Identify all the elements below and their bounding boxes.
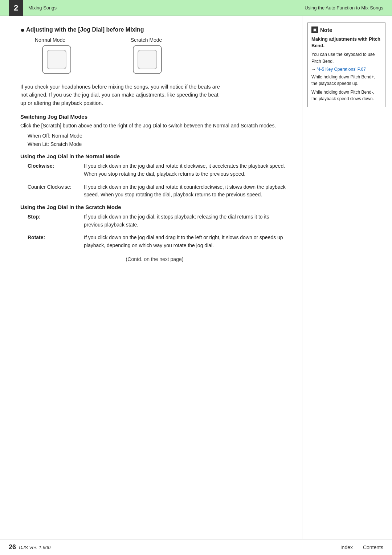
- clockwise-desc: If you click down on the jog dial and ro…: [84, 162, 289, 178]
- note-label: Note: [320, 27, 332, 33]
- note-text3: While holding down Pitch Bend-, the play…: [311, 89, 381, 102]
- note-icon: [311, 26, 318, 33]
- rotate-term: Rotate:: [20, 234, 84, 242]
- footer-page-number: 26: [9, 543, 16, 551]
- footer-left: 26 DJS Ver. 1.600: [9, 543, 50, 551]
- dial-images-row: [20, 45, 289, 74]
- mode-labels-row: Normal Mode Scratch Mode: [20, 37, 289, 43]
- switching-heading: Switching Jog Dial Modes: [20, 114, 289, 120]
- scratch-mode-label: Scratch Mode: [131, 37, 162, 43]
- table-row: Stop: If you click down on the jog dial,…: [20, 213, 289, 229]
- scratch-mode-dial-inner: [138, 50, 157, 69]
- table-row: Counter Clockwise: If you click down on …: [20, 183, 289, 199]
- when-lit-line: When Lit: Scratch Mode: [20, 140, 289, 148]
- footer-index-link[interactable]: Index: [340, 544, 353, 550]
- switching-body: Click the [Scratch] button above and to …: [20, 122, 289, 130]
- section-heading: ● Adjusting with the [Jog Dial] before M…: [20, 26, 289, 33]
- footer-right: Index Contents: [340, 544, 383, 550]
- note-box: Note Making adjustments with Pitch Bend.…: [307, 23, 385, 107]
- note-link-row: → '4-5 Key Operations' P.67: [311, 67, 381, 72]
- table-row: Rotate: If you click down on the jog dia…: [20, 234, 289, 249]
- bullet-dot: ●: [20, 26, 25, 33]
- footer-bar: 26 DJS Ver. 1.600 Index Contents: [0, 539, 392, 555]
- header-bar: 2 Mixing Songs Using the Auto Function t…: [0, 0, 392, 16]
- when-off-line: When Off: Normal Mode: [20, 132, 289, 140]
- scratch-mode-table: Stop: If you click down on the jog dial,…: [20, 213, 289, 250]
- body-paragraph: If you check your headphones before mixi…: [20, 83, 224, 107]
- contd-line: (Contd. on the next page): [20, 256, 289, 262]
- chapter-number: 2: [9, 0, 23, 16]
- table-row: Clockwise: If you click down on the jog …: [20, 162, 289, 178]
- svg-rect-1: [313, 28, 316, 31]
- normal-mode-dial-inner: [47, 50, 66, 69]
- footer-brand: DJS Ver. 1.600: [19, 545, 50, 550]
- section-heading-text: Adjusting with the [Jog Dial] before Mix…: [26, 26, 144, 33]
- counter-clockwise-term: Counter Clockwise:: [20, 183, 84, 191]
- footer-contents-link[interactable]: Contents: [363, 544, 383, 550]
- normal-mode-label: Normal Mode: [35, 37, 65, 43]
- scratch-mode-heading: Using the Jog Dial in the Scratch Mode: [20, 204, 289, 210]
- rotate-desc: If you click down on the jog dial and dr…: [84, 234, 289, 249]
- header-section-title: Mixing Songs: [28, 5, 57, 11]
- note-bold-text: Making adjustments with Pitch Bend.: [311, 36, 381, 49]
- normal-mode-heading: Using the Jog Dial in the Normal Mode: [20, 153, 289, 159]
- note-header: Note: [311, 26, 381, 33]
- note-text1: You can use the keyboard to use Pitch Be…: [311, 51, 381, 65]
- note-text2: While holding down Pitch Bend+, the play…: [311, 74, 381, 87]
- note-link[interactable]: '4-5 Key Operations' P.67: [317, 67, 366, 72]
- right-sidebar: Note Making adjustments with Pitch Bend.…: [302, 16, 392, 539]
- normal-mode-table: Clockwise: If you click down on the jog …: [20, 162, 289, 199]
- stop-term: Stop:: [20, 213, 84, 221]
- left-content: ● Adjusting with the [Jog Dial] before M…: [0, 16, 302, 539]
- scratch-mode-dial: [133, 45, 162, 74]
- header-left: 2 Mixing Songs: [9, 0, 57, 16]
- note-arrow-icon: →: [311, 67, 316, 72]
- clockwise-term: Clockwise:: [20, 162, 84, 170]
- counter-clockwise-desc: If you click down on the jog dial and ro…: [84, 183, 289, 199]
- main-layout: ● Adjusting with the [Jog Dial] before M…: [0, 16, 392, 539]
- normal-mode-dial: [42, 45, 71, 74]
- header-right-title: Using the Auto Function to Mix Songs: [305, 5, 383, 11]
- stop-desc: If you click down on the jog dial, it st…: [84, 213, 289, 229]
